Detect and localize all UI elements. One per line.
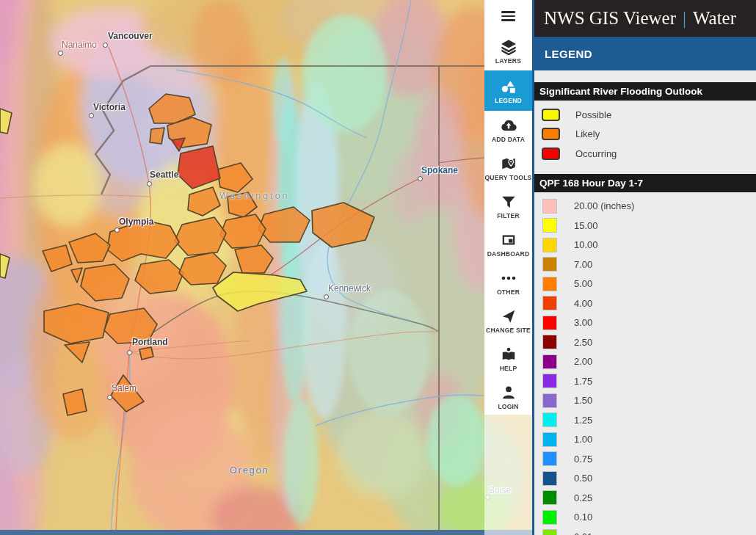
legend-item: 0.10 (534, 508, 756, 528)
upload-cloud-icon (500, 117, 517, 134)
legend-item-label: 3.00 (574, 317, 592, 328)
legend-section-header: QPF 168 Hour Day 1-7 (534, 174, 756, 192)
legend-color-swatch (543, 277, 556, 291)
toolbar-item-login[interactable]: LOGIN (484, 378, 532, 416)
menu-toggle-button[interactable] (484, 0, 532, 32)
legend-color-swatch (543, 374, 556, 387)
title-separator: | (683, 8, 686, 29)
legend-item-label: 2.50 (574, 337, 592, 348)
legend-item: 1.00 (534, 430, 756, 450)
legend-color-swatch (543, 530, 556, 535)
toolbar-item-label: QUERY TOOLS (484, 174, 531, 181)
legend-item-label: 2.00 (574, 356, 592, 367)
panel-title: LEGEND (545, 48, 592, 60)
toolbar-item-legend[interactable]: LEGEND (484, 70, 532, 111)
legend-item-label: 0.25 (574, 492, 592, 503)
legend-item-label: 5.00 (574, 278, 592, 289)
panel-titlebar: LEGEND (534, 37, 756, 70)
legend-item: 1.50 (534, 391, 756, 411)
help-book-icon (500, 346, 517, 363)
map-bottom-bar (0, 530, 534, 535)
legend-item: Possible (534, 105, 756, 125)
toolbar-item-label: OTHER (497, 288, 520, 296)
legend-item: Occurring (534, 144, 756, 164)
legend-item-label: 1.75 (574, 376, 592, 387)
legend-color-swatch (543, 472, 556, 485)
legend-item-label: Possible (575, 109, 611, 120)
app-title: NWS GIS Viewer (544, 8, 676, 29)
toolbar-item-help[interactable]: HELP (484, 340, 532, 378)
map-query-icon (500, 156, 517, 172)
toolbar-item-query-tools[interactable]: QUERY TOOLS (484, 149, 532, 187)
legend-color-swatch (542, 109, 560, 121)
toolbar-item-layers[interactable]: LAYERS (484, 32, 532, 70)
navigation-arrow-icon (501, 308, 517, 324)
toolbar-item-other[interactable]: OTHER (484, 263, 532, 302)
legend-item-label: 0.75 (574, 454, 592, 465)
legend-color-swatch (542, 128, 560, 140)
toolbar-item-change-site[interactable]: CHANGE SITE (484, 302, 532, 340)
legend-color-swatch (543, 433, 556, 446)
legend-color-swatch (543, 413, 556, 426)
legend-item-label: Likely (575, 128, 600, 139)
legend-item-label: 0.10 (574, 512, 592, 523)
legend-item-label: 4.00 (574, 298, 592, 309)
map-canvas[interactable]: VancouverNanaimoVictoriaSeattleOlympiaSp… (0, 0, 534, 535)
toolbar-item-filter[interactable]: FILTER (484, 187, 532, 225)
legend-item: 2.00 (534, 352, 756, 372)
legend-item-label: 10.00 (574, 239, 598, 250)
legend-item-label: 1.50 (574, 395, 592, 406)
legend-panel: NWS GIS Viewer | Water LEGEND Significan… (532, 0, 756, 535)
toolbar-item-label: LOGIN (498, 403, 518, 410)
toolbar-item-label: FILTER (497, 212, 520, 219)
legend-item: 2.50 (534, 332, 756, 352)
legend-item: 0.75 (534, 449, 756, 469)
legend-item-label: 15.00 (574, 220, 598, 231)
legend-item-label: 0.50 (574, 473, 592, 484)
legend-shapes-icon (500, 79, 517, 95)
legend-item-label: 7.00 (574, 259, 592, 270)
legend-color-swatch (543, 511, 556, 524)
legend-item: 10.00 (534, 236, 756, 255)
toolbar-item-label: LAYERS (495, 57, 521, 65)
toolbar-item-dashboard[interactable]: DASHBOARD (484, 225, 532, 263)
legend-color-swatch (543, 335, 556, 349)
legend-color-swatch (543, 355, 556, 368)
legend-item: 20.00 (inches) (534, 197, 756, 216)
app-header: NWS GIS Viewer | Water (534, 0, 756, 37)
toolbar-item-label: LEGEND (495, 97, 522, 104)
qpf-map-image (0, 0, 534, 535)
legend-color-swatch (543, 219, 556, 232)
legend-color-swatch (543, 258, 556, 271)
legend-item: 5.00 (534, 274, 756, 294)
legend-color-swatch (543, 200, 556, 213)
legend-item-label: 1.25 (574, 415, 592, 426)
legend-sections: Significant River Flooding OutlookPossib… (534, 82, 756, 535)
filter-funnel-icon (501, 194, 517, 210)
layers-icon (501, 39, 517, 55)
legend-color-swatch (543, 394, 556, 407)
legend-item: 15.00 (534, 216, 756, 236)
legend-color-swatch (543, 316, 556, 330)
toolbar-item-add-data[interactable]: ADD DATA (484, 111, 532, 149)
legend-item-label: 1.00 (574, 434, 592, 445)
legend-item-label: Occurring (575, 148, 617, 159)
legend-item: 0.01 (534, 527, 756, 535)
legend-item-label: 20.00 (inches) (574, 200, 634, 211)
legend-color-swatch (543, 239, 556, 252)
nws-gis-viewer-app: VancouverNanaimoVictoriaSeattleOlympiaSp… (0, 0, 756, 535)
legend-item: 3.00 (534, 313, 756, 333)
toolbar-item-label: ADD DATA (492, 136, 525, 143)
ellipsis-icon (500, 274, 517, 282)
toolbar-item-label: HELP (500, 365, 517, 372)
legend-color-swatch (543, 452, 556, 465)
legend-item: Likely (534, 125, 756, 145)
hamburger-icon (501, 9, 515, 23)
legend-item: 7.00 (534, 255, 756, 274)
toolbar-background-fade (484, 415, 532, 535)
legend-color-swatch (542, 148, 560, 160)
dashboard-frame-icon (500, 232, 517, 248)
legend-item: 1.25 (534, 410, 756, 430)
toolbar-item-label: DASHBOARD (487, 250, 530, 258)
app-subtitle: Water (693, 8, 736, 29)
